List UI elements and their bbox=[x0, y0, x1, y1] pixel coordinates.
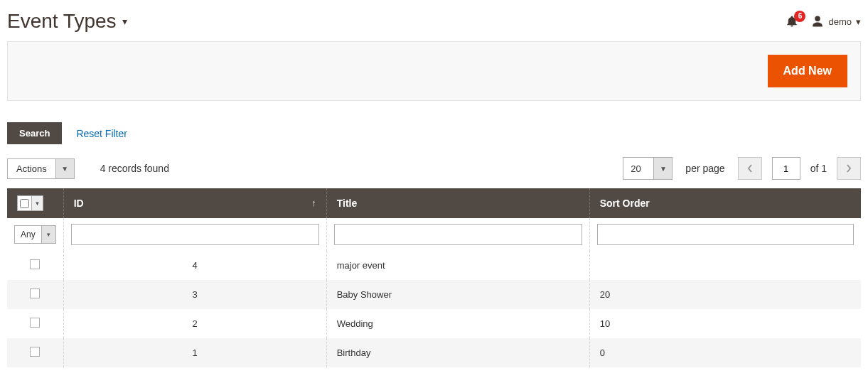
select-all-checkbox[interactable] bbox=[20, 199, 29, 208]
table-row[interactable]: 4 major event bbox=[7, 251, 861, 280]
table-row[interactable]: 1 Birthday 0 bbox=[7, 338, 861, 367]
reset-filter-link[interactable]: Reset Filter bbox=[76, 128, 127, 139]
notifications-button[interactable]: 6 bbox=[786, 15, 798, 28]
row-checkbox[interactable] bbox=[30, 318, 40, 328]
cell-id: 2 bbox=[63, 309, 326, 338]
table-row[interactable]: 2 Wedding 10 bbox=[7, 309, 861, 338]
records-count: 4 records found bbox=[100, 163, 169, 174]
per-page-value: 20 bbox=[623, 158, 653, 179]
row-checkbox[interactable] bbox=[30, 347, 40, 357]
cell-sort-order: 20 bbox=[589, 280, 861, 309]
cell-sort-order: 0 bbox=[589, 338, 861, 367]
cell-id: 1 bbox=[63, 338, 326, 367]
sort-ascending-icon: ↑ bbox=[311, 198, 316, 208]
table-row[interactable]: 3 Baby Shower 20 bbox=[7, 280, 861, 309]
chevron-down-icon: ▼ bbox=[55, 159, 74, 178]
add-new-button[interactable]: Add New bbox=[768, 55, 847, 87]
row-checkbox[interactable] bbox=[30, 259, 40, 269]
chevron-down-icon: ▾ bbox=[122, 16, 127, 27]
chevron-down-icon: ▼ bbox=[41, 226, 55, 243]
data-grid: ▼ ID ↑ Title Sort Order Any ▼ bbox=[7, 188, 861, 367]
page-title: Event Types bbox=[7, 10, 117, 33]
page-input[interactable] bbox=[772, 157, 800, 180]
filter-any-label: Any bbox=[15, 226, 41, 243]
cell-sort-order bbox=[589, 251, 861, 280]
username-label: demo bbox=[828, 16, 852, 27]
next-page-button[interactable] bbox=[837, 157, 861, 180]
primary-actions-toolbar: Add New bbox=[7, 41, 861, 101]
filter-id-input[interactable] bbox=[71, 224, 319, 245]
pager-area: 20 ▼ per page of 1 bbox=[623, 157, 861, 180]
filter-row: Any ▼ bbox=[7, 218, 861, 251]
prev-page-button[interactable] bbox=[738, 157, 762, 180]
column-header-id[interactable]: ID ↑ bbox=[63, 188, 326, 218]
cell-id: 4 bbox=[63, 251, 326, 280]
pager-nav: of 1 bbox=[738, 157, 861, 180]
per-page-select[interactable]: 20 ▼ bbox=[623, 157, 673, 180]
page-header: Event Types ▾ 6 demo ▾ bbox=[7, 7, 861, 41]
cell-id: 3 bbox=[63, 280, 326, 309]
grid-search-row: Search Reset Filter bbox=[7, 122, 861, 144]
per-page-label: per page bbox=[685, 163, 724, 174]
filter-title-input[interactable] bbox=[334, 224, 582, 245]
mass-actions-dropdown[interactable]: Actions ▼ bbox=[7, 158, 75, 179]
mass-actions-label: Actions bbox=[8, 159, 55, 178]
cell-title: Baby Shower bbox=[326, 280, 589, 309]
row-checkbox[interactable] bbox=[30, 288, 40, 298]
cell-title: Birthday bbox=[326, 338, 589, 367]
column-label: Sort Order bbox=[600, 198, 650, 209]
filter-sort-order-input[interactable] bbox=[597, 224, 854, 245]
page-title-dropdown[interactable]: Event Types ▾ bbox=[7, 10, 127, 33]
chevron-down-icon: ▾ bbox=[856, 16, 861, 27]
select-all-dropdown[interactable]: ▼ bbox=[17, 195, 43, 211]
cell-sort-order: 10 bbox=[589, 309, 861, 338]
grid-pagination-row: Actions ▼ 4 records found 20 ▼ per page … bbox=[7, 157, 861, 180]
chevron-down-icon: ▼ bbox=[31, 196, 43, 210]
notifications-count: 6 bbox=[794, 11, 805, 22]
chevron-left-icon bbox=[747, 164, 753, 173]
user-area: 6 demo ▾ bbox=[786, 15, 861, 28]
select-all-header: ▼ bbox=[7, 188, 63, 218]
column-header-sort-order[interactable]: Sort Order bbox=[589, 188, 861, 218]
filter-selection-dropdown[interactable]: Any ▼ bbox=[14, 225, 56, 244]
search-button[interactable]: Search bbox=[7, 122, 62, 144]
cell-title: major event bbox=[326, 251, 589, 280]
column-label: Title bbox=[337, 198, 358, 209]
chevron-down-icon: ▼ bbox=[653, 158, 672, 179]
total-pages-label: of 1 bbox=[810, 163, 827, 174]
chevron-right-icon bbox=[846, 164, 852, 173]
user-menu[interactable]: demo ▾ bbox=[811, 15, 861, 28]
header-row: ▼ ID ↑ Title Sort Order bbox=[7, 188, 861, 218]
column-label: ID bbox=[74, 198, 84, 209]
user-icon bbox=[811, 15, 824, 28]
cell-title: Wedding bbox=[326, 309, 589, 338]
column-header-title[interactable]: Title bbox=[326, 188, 589, 218]
